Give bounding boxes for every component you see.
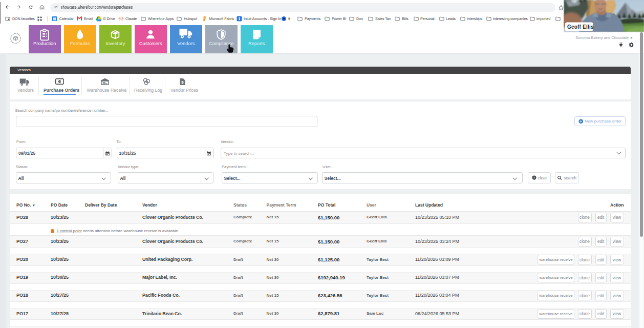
svg-text:Geoff Ellis: Geoff Ellis: [567, 24, 594, 30]
svg-text:$: $: [181, 80, 184, 85]
